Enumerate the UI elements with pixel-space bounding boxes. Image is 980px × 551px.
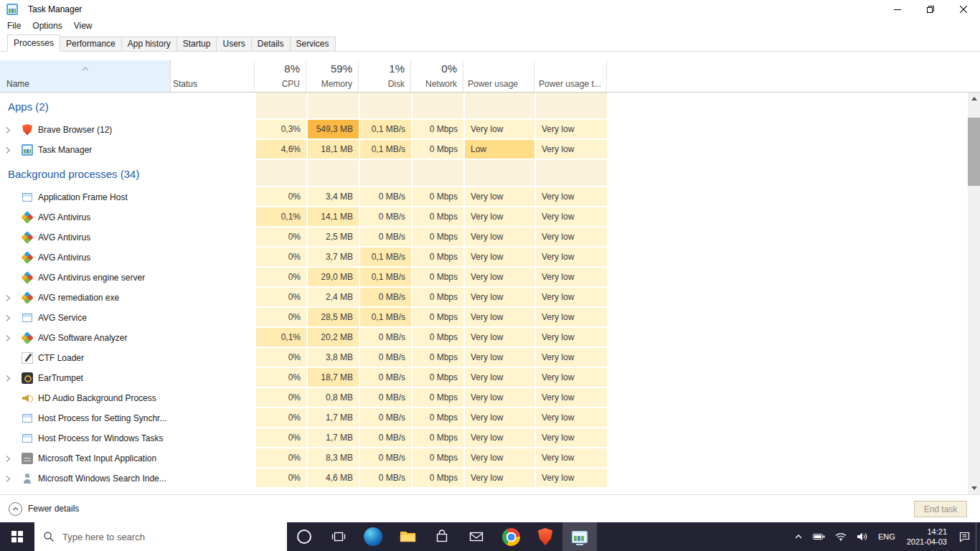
disk-cell: 0 MB/s: [359, 187, 411, 207]
process-row[interactable]: Microsoft Text Input Application0%8,3 MB…: [0, 448, 980, 468]
maximize-restore-button[interactable]: [914, 0, 947, 19]
process-row[interactable]: AVG Antivirus0%3,7 MB0,1 MB/s0 MbpsVery …: [0, 248, 980, 268]
process-row[interactable]: Microsoft Windows Search Inde...0%4,6 MB…: [0, 468, 980, 489]
battery-status[interactable]: [808, 522, 830, 551]
power-usage-trend-cell: Very low: [534, 428, 607, 448]
process-row[interactable]: AVG Antivirus0%2,5 MB0 MB/s0 MbpsVery lo…: [0, 227, 980, 248]
memory-cell: 1,7 MB: [306, 428, 359, 448]
clock-date: 2021-04-03: [907, 537, 947, 547]
column-header-disk[interactable]: 1%Disk: [359, 60, 411, 92]
process-row[interactable]: Task Manager4,6%18,1 MB0,1 MB/s0 MbpsLow…: [0, 140, 980, 160]
process-row[interactable]: HD Audio Background Process0%0,8 MB0 MB/…: [0, 388, 980, 408]
taskbar-search-input[interactable]: [61, 531, 278, 543]
cpu-cell: 0%: [255, 368, 306, 388]
tab-services[interactable]: Services: [290, 37, 336, 52]
scroll-down-arrow[interactable]: [968, 482, 980, 494]
process-row[interactable]: CTF Loader0%3,8 MB0 MB/s0 MbpsVery lowVe…: [0, 348, 980, 368]
process-name-cell: Host Process for Setting Synchr...: [0, 408, 171, 428]
cpu-cell: 4,6%: [255, 140, 306, 160]
memory-cell: 28,5 MB: [306, 308, 359, 328]
expand-chevron-icon[interactable]: [6, 334, 22, 342]
app-window-icon: [22, 312, 33, 324]
fewer-details-toggle[interactable]: Fewer details: [9, 502, 79, 516]
titlebar: Task Manager: [0, 0, 980, 19]
scroll-up-arrow[interactable]: [968, 93, 980, 105]
expand-chevron-icon[interactable]: [6, 146, 22, 154]
close-button[interactable]: [947, 0, 980, 19]
scrollbar-thumb[interactable]: [968, 118, 980, 186]
memory-cell: 2,5 MB: [306, 227, 359, 248]
memory-cell: 29,0 MB: [306, 268, 359, 288]
column-header-power-usage[interactable]: Power usage: [463, 60, 534, 92]
cortana-button[interactable]: [287, 522, 321, 551]
menu-file[interactable]: File: [1, 19, 27, 33]
clock[interactable]: 14:21 2021-04-03: [900, 527, 953, 547]
task-view-button[interactable]: [321, 522, 356, 551]
expand-chevron-icon[interactable]: [6, 375, 22, 382]
language-indicator[interactable]: ENG: [873, 522, 900, 551]
scrollbar-track[interactable]: [968, 105, 980, 482]
status-cell: [171, 308, 255, 328]
column-header-cpu[interactable]: 8%CPU: [255, 60, 306, 92]
end-task-button[interactable]: End task: [914, 501, 967, 517]
process-row[interactable]: AVG Antivirus0,1%14,1 MB0 MB/s0 MbpsVery…: [0, 207, 980, 227]
close-icon: [960, 6, 967, 13]
taskbar-task-manager-button[interactable]: [562, 522, 597, 551]
taskbar-file-explorer-button[interactable]: [390, 522, 425, 551]
taskbar-chrome-button[interactable]: [494, 522, 528, 551]
taskbar-mail-button[interactable]: [459, 522, 494, 551]
process-row[interactable]: EarTrumpet0%18,7 MB0 MB/s0 MbpsVery lowV…: [0, 368, 980, 388]
column-header-status[interactable]: Status: [171, 60, 255, 92]
expand-chevron-icon[interactable]: [6, 294, 22, 302]
taskbar-edge-button[interactable]: [356, 522, 390, 551]
power-usage-cell: Very low: [463, 388, 534, 408]
column-header-power-usage-t[interactable]: Power usage t...: [534, 60, 607, 92]
menu-view[interactable]: View: [68, 19, 98, 33]
clock-time: 14:21: [907, 527, 947, 537]
volume-status[interactable]: [852, 522, 873, 551]
show-desktop-button[interactable]: [976, 522, 980, 551]
column-header-name[interactable]: Name: [0, 60, 171, 92]
process-name: AVG Service: [38, 313, 87, 323]
tab-processes[interactable]: Processes: [7, 34, 60, 52]
tray-overflow-button[interactable]: [789, 522, 808, 551]
empty-usage-cell: [359, 93, 411, 120]
process-row[interactable]: Host Process for Windows Tasks0%1,7 MB0 …: [0, 428, 980, 448]
memory-cell: 3,7 MB: [306, 248, 359, 268]
tab-startup[interactable]: Startup: [176, 37, 217, 52]
group-header-apps-2[interactable]: Apps (2): [0, 93, 980, 120]
process-row[interactable]: AVG Software Analyzer0,1%20,2 MB0 MB/s0 …: [0, 328, 980, 348]
expand-chevron-icon[interactable]: [6, 455, 22, 463]
tab-app-history[interactable]: App history: [121, 37, 177, 52]
column-header-network[interactable]: 0%Network: [411, 60, 463, 92]
process-row[interactable]: AVG Service0%28,5 MB0,1 MB/s0 MbpsVery l…: [0, 308, 980, 328]
column-total-percent: 1%: [389, 62, 405, 75]
process-row[interactable]: Host Process for Setting Synchr...0%1,7 …: [0, 408, 980, 428]
tab-users[interactable]: Users: [216, 37, 251, 52]
network-cell: 0 Mbps: [411, 468, 463, 489]
tab-performance[interactable]: Performance: [60, 37, 122, 52]
process-row[interactable]: AVG Antivirus engine server0%29,0 MB0,1 …: [0, 268, 980, 288]
memory-cell: 18,1 MB: [306, 140, 359, 160]
expand-chevron-icon[interactable]: [6, 126, 22, 134]
minimize-button[interactable]: [881, 0, 914, 19]
start-button[interactable]: [0, 522, 34, 551]
process-name-cell: Host Process for Windows Tasks: [0, 428, 171, 448]
taskbar-search-box[interactable]: [34, 522, 287, 551]
tab-details[interactable]: Details: [251, 37, 291, 52]
expand-chevron-icon[interactable]: [6, 314, 22, 322]
process-row[interactable]: Application Frame Host0%3,4 MB0 MB/s0 Mb…: [0, 187, 980, 207]
taskbar-brave-button[interactable]: [528, 522, 562, 551]
process-row[interactable]: AVG remediation exe0%2,4 MB0 MB/s0 MbpsV…: [0, 288, 980, 308]
vertical-scrollbar[interactable]: [968, 93, 980, 494]
group-header-background-processes-34[interactable]: Background processes (34): [0, 160, 980, 187]
network-status[interactable]: [830, 522, 852, 551]
taskbar-store-button[interactable]: [425, 522, 459, 551]
column-header-memory[interactable]: 59%Memory: [306, 60, 359, 92]
process-row[interactable]: Brave Browser (12)0,3%549,3 MB0,1 MB/s0 …: [0, 120, 980, 140]
action-center-button[interactable]: [953, 522, 976, 551]
disk-cell: 0 MB/s: [359, 428, 411, 448]
expand-chevron-icon[interactable]: [6, 475, 22, 483]
menu-options[interactable]: Options: [27, 19, 67, 33]
cpu-cell: 0,3%: [255, 120, 306, 140]
